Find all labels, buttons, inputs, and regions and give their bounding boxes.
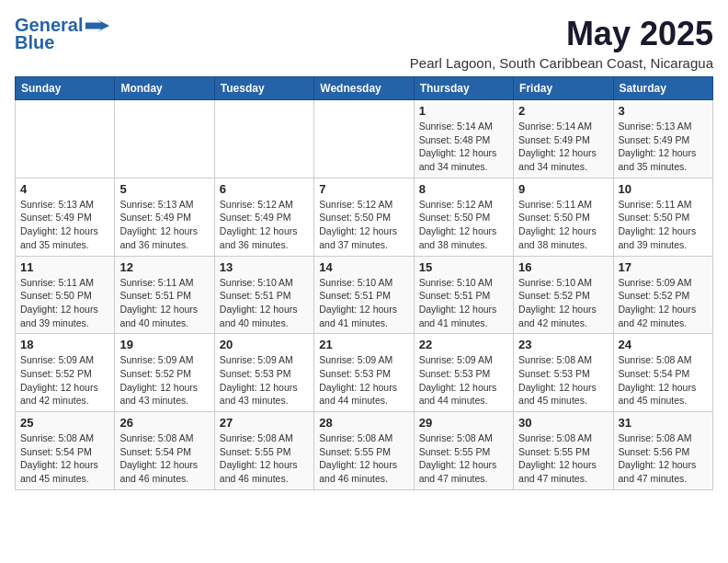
calendar-cell: 6Sunrise: 5:12 AM Sunset: 5:49 PM Daylig… <box>214 178 313 256</box>
weekday-header-wednesday: Wednesday <box>314 77 414 100</box>
calendar-cell <box>115 100 214 178</box>
calendar-cell: 29Sunrise: 5:08 AM Sunset: 5:55 PM Dayli… <box>414 412 513 490</box>
day-number: 31 <box>619 416 708 430</box>
calendar-cell: 25Sunrise: 5:08 AM Sunset: 5:54 PM Dayli… <box>16 412 115 490</box>
day-number: 24 <box>619 338 708 351</box>
day-info: Sunrise: 5:11 AM Sunset: 5:50 PM Dayligh… <box>619 198 708 252</box>
day-info: Sunrise: 5:11 AM Sunset: 5:50 PM Dayligh… <box>20 276 109 330</box>
calendar-cell <box>314 100 414 178</box>
calendar-cell: 1Sunrise: 5:14 AM Sunset: 5:48 PM Daylig… <box>414 100 513 178</box>
calendar-cell: 22Sunrise: 5:09 AM Sunset: 5:53 PM Dayli… <box>414 334 513 412</box>
page-header: General Blue May 2025 Pearl Lagoon, Sout… <box>15 15 713 71</box>
calendar-cell <box>16 100 115 178</box>
svg-marker-0 <box>85 19 109 32</box>
day-number: 14 <box>319 260 408 274</box>
weekday-header-monday: Monday <box>115 77 214 100</box>
weekday-header-friday: Friday <box>514 77 613 100</box>
day-number: 20 <box>220 338 309 351</box>
day-number: 27 <box>220 416 309 430</box>
day-info: Sunrise: 5:14 AM Sunset: 5:49 PM Dayligh… <box>518 120 608 174</box>
day-info: Sunrise: 5:11 AM Sunset: 5:51 PM Dayligh… <box>119 276 209 330</box>
day-info: Sunrise: 5:09 AM Sunset: 5:52 PM Dayligh… <box>619 276 708 330</box>
calendar-cell: 8Sunrise: 5:12 AM Sunset: 5:50 PM Daylig… <box>414 178 513 256</box>
calendar-cell: 2Sunrise: 5:14 AM Sunset: 5:49 PM Daylig… <box>514 100 613 178</box>
day-info: Sunrise: 5:08 AM Sunset: 5:55 PM Dayligh… <box>518 431 608 486</box>
day-info: Sunrise: 5:11 AM Sunset: 5:50 PM Dayligh… <box>518 198 608 252</box>
calendar-cell: 19Sunrise: 5:09 AM Sunset: 5:52 PM Dayli… <box>115 334 214 412</box>
day-info: Sunrise: 5:12 AM Sunset: 5:50 PM Dayligh… <box>419 198 508 252</box>
day-number: 28 <box>319 416 408 430</box>
day-number: 23 <box>518 338 608 351</box>
day-info: Sunrise: 5:13 AM Sunset: 5:49 PM Dayligh… <box>619 120 708 174</box>
day-info: Sunrise: 5:09 AM Sunset: 5:53 PM Dayligh… <box>419 353 508 408</box>
calendar-week-2: 4Sunrise: 5:13 AM Sunset: 5:49 PM Daylig… <box>16 178 713 256</box>
calendar-cell: 4Sunrise: 5:13 AM Sunset: 5:49 PM Daylig… <box>16 178 115 256</box>
calendar-table: SundayMondayTuesdayWednesdayThursdayFrid… <box>15 76 713 490</box>
day-number: 18 <box>20 338 109 351</box>
day-info: Sunrise: 5:12 AM Sunset: 5:50 PM Dayligh… <box>319 198 408 252</box>
day-number: 19 <box>119 338 209 351</box>
calendar-week-4: 18Sunrise: 5:09 AM Sunset: 5:52 PM Dayli… <box>16 334 713 412</box>
day-number: 2 <box>518 104 608 118</box>
weekday-header-thursday: Thursday <box>414 77 513 100</box>
day-number: 6 <box>220 182 309 196</box>
day-number: 12 <box>119 260 209 274</box>
weekday-header-sunday: Sunday <box>16 77 115 100</box>
day-info: Sunrise: 5:10 AM Sunset: 5:51 PM Dayligh… <box>319 276 408 330</box>
calendar-week-5: 25Sunrise: 5:08 AM Sunset: 5:54 PM Dayli… <box>16 412 713 490</box>
day-number: 16 <box>518 260 608 274</box>
calendar-cell: 26Sunrise: 5:08 AM Sunset: 5:54 PM Dayli… <box>115 412 214 490</box>
day-info: Sunrise: 5:08 AM Sunset: 5:56 PM Dayligh… <box>619 431 708 486</box>
logo: General Blue <box>15 15 110 53</box>
calendar-cell: 10Sunrise: 5:11 AM Sunset: 5:50 PM Dayli… <box>613 178 712 256</box>
logo-blue-text: Blue <box>15 32 54 53</box>
calendar-week-3: 11Sunrise: 5:11 AM Sunset: 5:50 PM Dayli… <box>16 256 713 334</box>
calendar-cell: 15Sunrise: 5:10 AM Sunset: 5:51 PM Dayli… <box>414 256 513 334</box>
day-number: 7 <box>319 182 408 196</box>
page-title: May 2025 <box>410 15 713 53</box>
title-area: May 2025 Pearl Lagoon, South Caribbean C… <box>410 15 713 71</box>
day-number: 1 <box>419 104 508 118</box>
calendar-cell: 31Sunrise: 5:08 AM Sunset: 5:56 PM Dayli… <box>613 412 712 490</box>
calendar-cell: 20Sunrise: 5:09 AM Sunset: 5:53 PM Dayli… <box>214 334 313 412</box>
day-number: 5 <box>119 182 209 196</box>
day-info: Sunrise: 5:09 AM Sunset: 5:52 PM Dayligh… <box>119 353 209 408</box>
calendar-cell: 11Sunrise: 5:11 AM Sunset: 5:50 PM Dayli… <box>16 256 115 334</box>
day-info: Sunrise: 5:13 AM Sunset: 5:49 PM Dayligh… <box>119 198 209 252</box>
day-info: Sunrise: 5:08 AM Sunset: 5:55 PM Dayligh… <box>319 431 408 486</box>
calendar-cell: 18Sunrise: 5:09 AM Sunset: 5:52 PM Dayli… <box>16 334 115 412</box>
day-info: Sunrise: 5:09 AM Sunset: 5:53 PM Dayligh… <box>319 353 408 408</box>
day-number: 30 <box>518 416 608 430</box>
calendar-cell: 12Sunrise: 5:11 AM Sunset: 5:51 PM Dayli… <box>115 256 214 334</box>
day-number: 15 <box>419 260 508 274</box>
day-number: 21 <box>319 338 408 351</box>
day-number: 3 <box>619 104 708 118</box>
day-info: Sunrise: 5:10 AM Sunset: 5:51 PM Dayligh… <box>419 276 508 330</box>
calendar-cell: 28Sunrise: 5:08 AM Sunset: 5:55 PM Dayli… <box>314 412 414 490</box>
day-number: 17 <box>619 260 708 274</box>
day-info: Sunrise: 5:08 AM Sunset: 5:54 PM Dayligh… <box>619 353 708 408</box>
calendar-cell: 3Sunrise: 5:13 AM Sunset: 5:49 PM Daylig… <box>613 100 712 178</box>
calendar-cell: 24Sunrise: 5:08 AM Sunset: 5:54 PM Dayli… <box>613 334 712 412</box>
day-info: Sunrise: 5:08 AM Sunset: 5:54 PM Dayligh… <box>20 431 109 486</box>
day-number: 25 <box>20 416 109 430</box>
day-number: 22 <box>419 338 508 351</box>
day-number: 8 <box>419 182 508 196</box>
calendar-cell: 17Sunrise: 5:09 AM Sunset: 5:52 PM Dayli… <box>613 256 712 334</box>
calendar-cell: 14Sunrise: 5:10 AM Sunset: 5:51 PM Dayli… <box>314 256 414 334</box>
calendar-cell: 21Sunrise: 5:09 AM Sunset: 5:53 PM Dayli… <box>314 334 414 412</box>
calendar-cell: 7Sunrise: 5:12 AM Sunset: 5:50 PM Daylig… <box>314 178 414 256</box>
day-info: Sunrise: 5:10 AM Sunset: 5:52 PM Dayligh… <box>518 276 608 330</box>
day-number: 10 <box>619 182 708 196</box>
day-number: 11 <box>20 260 109 274</box>
calendar-cell: 5Sunrise: 5:13 AM Sunset: 5:49 PM Daylig… <box>115 178 214 256</box>
day-info: Sunrise: 5:14 AM Sunset: 5:48 PM Dayligh… <box>419 120 508 174</box>
day-info: Sunrise: 5:09 AM Sunset: 5:53 PM Dayligh… <box>220 353 309 408</box>
day-number: 26 <box>119 416 209 430</box>
calendar-cell: 13Sunrise: 5:10 AM Sunset: 5:51 PM Dayli… <box>214 256 313 334</box>
day-number: 4 <box>20 182 109 196</box>
calendar-week-1: 1Sunrise: 5:14 AM Sunset: 5:48 PM Daylig… <box>16 100 713 178</box>
day-info: Sunrise: 5:12 AM Sunset: 5:49 PM Dayligh… <box>220 198 309 252</box>
day-info: Sunrise: 5:08 AM Sunset: 5:54 PM Dayligh… <box>119 431 209 486</box>
day-info: Sunrise: 5:08 AM Sunset: 5:55 PM Dayligh… <box>419 431 508 486</box>
